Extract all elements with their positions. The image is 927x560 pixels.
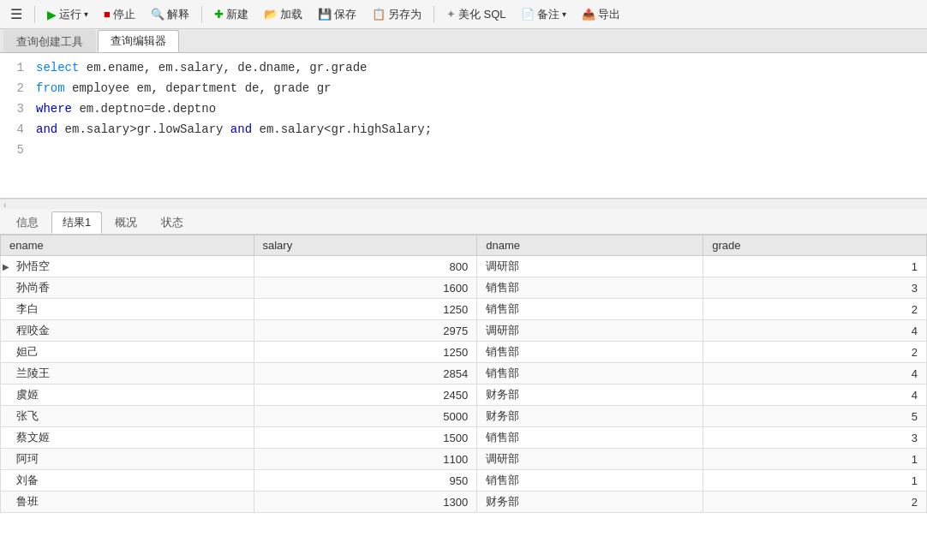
new-label: 新建 [226, 7, 248, 22]
cell-r2-c3: 2 [703, 299, 927, 320]
cell-r0-c2: 调研部 [477, 256, 703, 277]
cell-r11-c2: 财务部 [477, 491, 703, 513]
cell-r9-c2: 调研部 [477, 449, 703, 470]
cell-r4-c0: 妲己 [1, 342, 254, 363]
table-header: enamesalarydnamegrade [1, 235, 927, 256]
row-pointer: ▶ [3, 262, 9, 271]
result-tab-0[interactable]: 信息 [5, 211, 50, 233]
cell-r11-c1: 1300 [254, 491, 477, 513]
code-line-2: 2from employee em, department de, grade … [0, 79, 927, 99]
data-table-container: enamesalarydnamegrade ▶孙悟空800调研部1孙尚香1600… [0, 235, 927, 560]
line-number-3: 3 [7, 99, 24, 118]
cell-r1-c3: 3 [703, 277, 927, 299]
run-button[interactable]: ▶ 运行 ▾ [42, 5, 93, 24]
table-row: 李白1250销售部2 [1, 299, 927, 320]
sql-editor[interactable]: 1select em.ename, em.salary, de.dname, g… [0, 53, 927, 199]
save-label: 保存 [334, 7, 356, 22]
menu-button[interactable]: ☰ [5, 4, 27, 24]
stop-button[interactable]: ■ 停止 [99, 5, 141, 24]
table-row: 蔡文姬1500销售部3 [1, 427, 927, 449]
new-button[interactable]: ✚ 新建 [209, 5, 254, 24]
export-icon: 📤 [582, 8, 595, 21]
new-icon: ✚ [214, 8, 224, 21]
table-row: 妲己1250销售部2 [1, 342, 927, 363]
cell-r5-c0: 兰陵王 [1, 363, 254, 384]
result-tab-2[interactable]: 概况 [104, 211, 148, 233]
comment-button[interactable]: 📄 备注 ▾ [516, 5, 571, 24]
separator-1 [34, 6, 35, 23]
line-content-4: and em.salary>gr.lowSalary and em.salary… [36, 120, 432, 139]
separator-3 [434, 6, 434, 23]
save-as-label: 另存为 [388, 7, 422, 22]
result-tab-3[interactable]: 状态 [150, 211, 194, 233]
cell-r10-c0: 刘备 [1, 470, 254, 491]
cell-r11-c3: 2 [703, 491, 927, 513]
cell-r6-c1: 2450 [254, 384, 477, 406]
cell-r7-c2: 财务部 [477, 406, 703, 427]
cell-r6-c2: 财务部 [477, 384, 703, 406]
table-row: 阿珂1100调研部1 [1, 449, 927, 470]
run-dropdown-icon: ▾ [84, 9, 88, 19]
cell-r3-c0: 程咬金 [1, 320, 254, 342]
cell-r10-c1: 950 [254, 470, 477, 491]
horizontal-scroll[interactable]: ‹ [0, 199, 927, 209]
save-icon: 💾 [318, 8, 332, 21]
tab-query-editor[interactable]: 查询编辑器 [98, 30, 179, 52]
line-number-5: 5 [7, 140, 24, 159]
line-number-1: 1 [7, 58, 24, 77]
result-table: enamesalarydnamegrade ▶孙悟空800调研部1孙尚香1600… [0, 235, 927, 513]
cell-r5-c2: 销售部 [477, 363, 703, 384]
save-button[interactable]: 💾 保存 [313, 5, 362, 24]
table-row: 孙尚香1600销售部3 [1, 277, 927, 299]
beautify-icon: ✦ [446, 8, 456, 21]
table-row: 鲁班1300财务部2 [1, 491, 927, 513]
toolbar: ☰ ▶ 运行 ▾ ■ 停止 🔍 解释 ✚ 新建 📂 加载 💾 保存 📋 另存为 … [0, 0, 927, 29]
cell-r9-c0: 阿珂 [1, 449, 254, 470]
scroll-arrow: ‹ [3, 200, 7, 210]
beautify-button[interactable]: ✦ 美化 SQL [441, 5, 511, 24]
explain-button[interactable]: 🔍 解释 [146, 5, 194, 24]
line-content-1: select em.ename, em.salary, de.dname, gr… [36, 58, 367, 77]
table-row: ▶孙悟空800调研部1 [1, 256, 927, 277]
export-label: 导出 [598, 7, 620, 22]
cell-r4-c2: 销售部 [477, 342, 703, 363]
cell-r1-c0: 孙尚香 [1, 277, 254, 299]
save-as-icon: 📋 [372, 8, 386, 21]
tab-query-builder[interactable]: 查询创建工具 [3, 30, 96, 52]
cell-r6-c3: 4 [703, 384, 927, 406]
code-line-3: 3where em.deptno=de.deptno [0, 99, 927, 120]
cell-r10-c2: 销售部 [477, 470, 703, 491]
stop-icon: ■ [104, 8, 111, 21]
table-row: 兰陵王2854销售部4 [1, 363, 927, 384]
cell-r1-c1: 1600 [254, 277, 477, 299]
col-header-salary: salary [254, 235, 477, 256]
code-line-4: 4and em.salary>gr.lowSalary and em.salar… [0, 120, 927, 140]
cell-r4-c1: 1250 [254, 342, 477, 363]
table-body: ▶孙悟空800调研部1孙尚香1600销售部3李白1250销售部2程咬金2975调… [1, 256, 927, 513]
explain-label: 解释 [167, 7, 189, 22]
result-tab-1[interactable]: 结果1 [51, 211, 102, 234]
cell-r7-c0: 张飞 [1, 406, 254, 427]
cell-r2-c0: 李白 [1, 299, 254, 320]
comment-label: 备注 [537, 7, 559, 22]
save-as-button[interactable]: 📋 另存为 [367, 5, 427, 24]
beautify-label: 美化 SQL [458, 7, 506, 22]
cell-r8-c1: 1500 [254, 427, 477, 449]
menu-icon: ☰ [10, 6, 22, 22]
load-label: 加载 [280, 7, 302, 22]
run-label: 运行 [59, 7, 81, 22]
main-area: 1select em.ename, em.salary, de.dname, g… [0, 53, 927, 560]
col-header-ename: ename [1, 235, 254, 256]
cell-r2-c1: 1250 [254, 299, 477, 320]
code-line-5: 5 [0, 140, 927, 161]
col-header-grade: grade [703, 235, 927, 256]
comment-icon: 📄 [521, 8, 535, 21]
load-button[interactable]: 📂 加载 [259, 5, 308, 24]
table-row: 张飞5000财务部5 [1, 406, 927, 427]
cell-r3-c1: 2975 [254, 320, 477, 342]
cell-r6-c0: 虞姬 [1, 384, 254, 406]
export-button[interactable]: 📤 导出 [577, 5, 625, 24]
cell-r8-c2: 销售部 [477, 427, 703, 449]
table-row: 刘备950销售部1 [1, 470, 927, 491]
top-tabs: 查询创建工具 查询编辑器 [0, 29, 927, 53]
